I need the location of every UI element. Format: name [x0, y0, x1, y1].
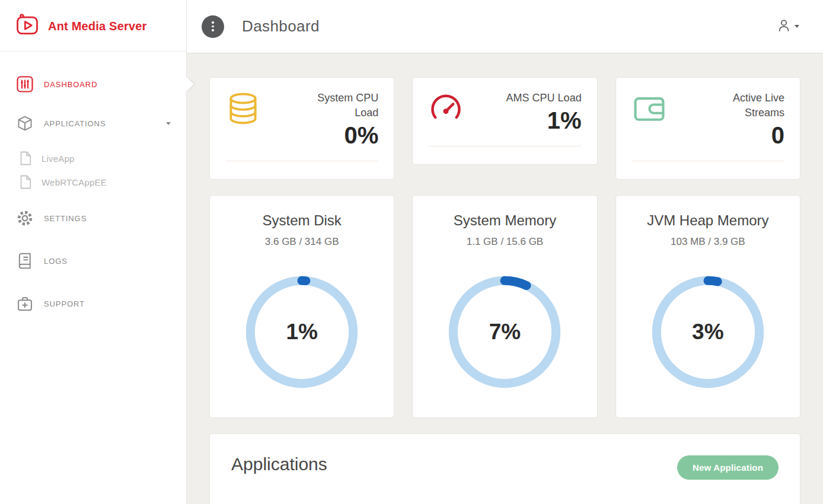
sidebar: Ant Media Server DASHBOARD — [0, 0, 187, 504]
stat-title: Active Live Streams — [706, 91, 784, 120]
logs-document-icon — [15, 253, 34, 269]
sidebar-menu: DASHBOARD APPLICATIONS — [0, 52, 186, 316]
stat-card-system-cpu-load: System CPU Load 0% — [209, 77, 394, 180]
stat-cards-row: System CPU Load 0% — [209, 77, 800, 180]
applications-box-icon — [15, 115, 34, 132]
sidebar-item-label: DASHBOARD — [44, 80, 97, 89]
sidebar-item-label: SETTINGS — [44, 214, 87, 223]
wallet-icon — [631, 91, 667, 129]
gauge-icon — [428, 91, 464, 129]
sidebar-item-dashboard[interactable]: DASHBOARD — [0, 72, 186, 97]
donut-chart: 7% — [445, 273, 564, 391]
stat-card-ams-cpu-load: AMS CPU Load 1% — [412, 77, 597, 165]
sidebar-item-settings[interactable]: SETTINGS — [0, 206, 186, 231]
divider — [225, 161, 378, 161]
sidebar-item-label: WebRTCAppEE — [42, 177, 107, 187]
file-icon — [18, 175, 33, 189]
first-aid-kit-icon — [15, 295, 34, 312]
stat-value: 0 — [667, 122, 784, 149]
donut-chart: 1% — [243, 273, 361, 391]
chevron-down-icon — [795, 25, 799, 28]
gauge-title: JVM Heap Memory — [630, 212, 786, 229]
gauge-card-system-memory: System Memory 1.1 GB / 15.6 GB 7% — [412, 195, 597, 418]
applications-title: Applications — [231, 454, 327, 474]
app-root: Ant Media Server DASHBOARD — [0, 0, 823, 504]
sidebar-item-label: LOGS — [44, 257, 68, 266]
gauge-percent-label: 1% — [243, 273, 361, 391]
dashboard-content: System CPU Load 0% — [187, 53, 823, 504]
coins-icon — [225, 91, 261, 129]
gauge-subtitle: 103 MB / 3.9 GB — [630, 236, 786, 248]
sidebar-item-label: LiveApp — [42, 154, 75, 164]
user-menu[interactable] — [777, 18, 799, 35]
gauge-title: System Disk — [224, 212, 379, 229]
gauge-title: System Memory — [427, 212, 582, 229]
brand[interactable]: Ant Media Server — [0, 0, 186, 52]
gauge-subtitle: 3.6 GB / 314 GB — [224, 236, 379, 248]
stat-card-active-live-streams: Active Live Streams 0 — [615, 77, 800, 180]
gauge-subtitle: 1.1 GB / 15.6 GB — [427, 236, 582, 248]
sidebar-item-label: APPLICATIONS — [44, 119, 106, 128]
file-icon — [18, 151, 33, 165]
top-bar: Dashboard — [187, 0, 823, 53]
brand-name: Ant Media Server — [48, 20, 147, 33]
applications-section: Applications New Application — [209, 433, 800, 504]
main-area: Dashboard — [187, 0, 823, 504]
gauge-percent-label: 3% — [649, 273, 767, 391]
gauge-cards-row: System Disk 3.6 GB / 314 GB 1% System Me… — [209, 195, 800, 418]
ant-media-logo-icon — [14, 12, 40, 40]
stat-title: System CPU Load — [300, 91, 378, 120]
gear-icon — [15, 209, 34, 227]
donut-chart: 3% — [649, 273, 767, 391]
gauge-percent-label: 7% — [445, 273, 564, 391]
new-application-button[interactable]: New Application — [677, 455, 779, 480]
sidebar-item-webrtcappee[interactable]: WebRTCAppEE — [0, 171, 186, 193]
sidebar-item-applications[interactable]: APPLICATIONS — [0, 111, 186, 136]
gauge-card-jvm-heap-memory: JVM Heap Memory 103 MB / 3.9 GB 3% — [615, 195, 800, 418]
sidebar-item-label: SUPPORT — [44, 299, 85, 308]
kebab-menu-button[interactable] — [202, 15, 224, 38]
sidebar-item-support[interactable]: SUPPORT — [0, 291, 186, 316]
user-icon — [777, 18, 791, 35]
chevron-down-icon — [166, 122, 171, 125]
divider — [631, 161, 784, 161]
divider — [428, 146, 581, 146]
stat-value: 0% — [261, 122, 378, 149]
page-title: Dashboard — [242, 17, 320, 36]
sidebar-item-logs[interactable]: LOGS — [0, 248, 186, 273]
stat-title: AMS CPU Load — [503, 91, 582, 106]
gauge-card-system-disk: System Disk 3.6 GB / 314 GB 1% — [209, 195, 394, 418]
sidebar-item-liveapp[interactable]: LiveApp — [0, 148, 186, 169]
dashboard-icon — [15, 75, 34, 93]
stat-value: 1% — [464, 107, 581, 134]
